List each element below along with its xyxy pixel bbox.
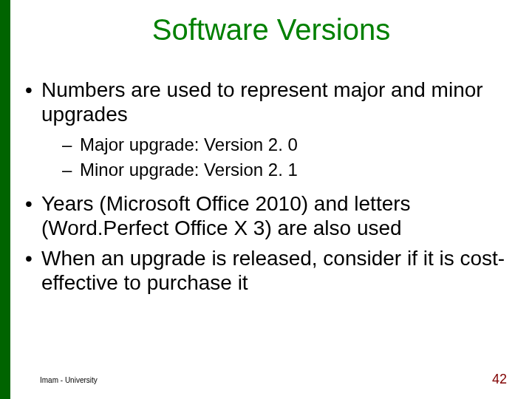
slide-content: Numbers are used to represent major and … [22,78,514,301]
bullet-item: When an upgrade is released, consider if… [22,246,514,295]
footer-left: Imam - University [40,376,98,384]
bullet-list: Numbers are used to represent major and … [22,78,514,295]
sub-item: Major upgrade: Version 2. 0 [41,134,514,156]
bullet-text: Numbers are used to represent major and … [41,78,483,126]
slide-title: Software Versions [10,13,532,47]
bullet-item: Years (Microsoft Office 2010) and letter… [22,191,514,240]
sub-list: Major upgrade: Version 2. 0 Minor upgrad… [41,134,514,181]
bullet-item: Numbers are used to represent major and … [22,78,514,181]
page-number: 42 [492,372,507,387]
slide: Software Versions Numbers are used to re… [0,0,532,399]
accent-bar [0,0,10,399]
sub-item: Minor upgrade: Version 2. 1 [41,159,514,181]
